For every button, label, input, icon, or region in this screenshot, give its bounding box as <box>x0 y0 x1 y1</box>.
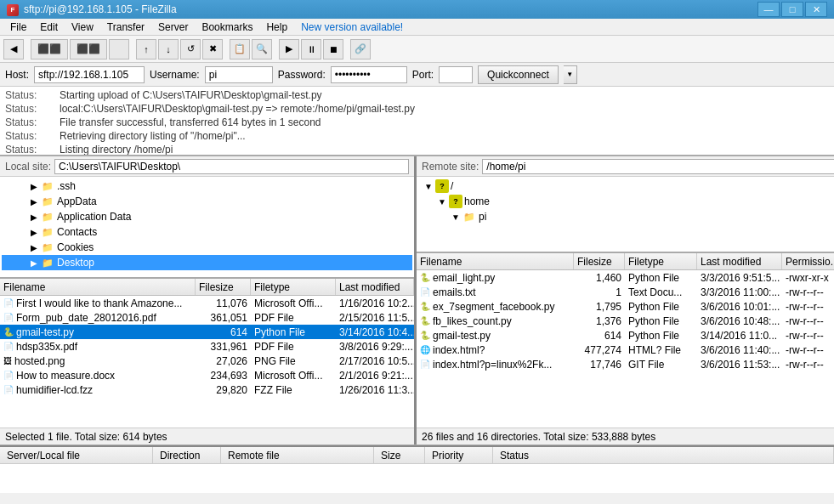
toolbar-btn-9[interactable]: 📋 <box>230 39 250 59</box>
local-site-bar: Local site: <box>0 156 414 177</box>
tree-item-ssh[interactable]: ▶ .ssh <box>2 178 412 194</box>
quickconnect-dropdown[interactable]: ▼ <box>564 65 577 84</box>
status-line-1: Status: Starting upload of C:\Users\TAIF… <box>5 88 829 102</box>
remote-tree[interactable]: ▼ ? / ▼ ? home ▼ pi <box>417 177 834 253</box>
username-input[interactable] <box>205 66 273 83</box>
menu-view[interactable]: View <box>65 20 100 35</box>
remote-col-filename[interactable]: Filename <box>417 253 574 269</box>
toolbar-btn-5[interactable]: ↑ <box>136 39 156 59</box>
local-col-modified[interactable]: Last modified <box>336 279 414 295</box>
local-file-row[interactable]: 📄Form_pub_date_28012016.pdf 361,051 PDF … <box>0 310 414 325</box>
toolbar-btn-11[interactable]: ▶ <box>279 39 299 59</box>
quickconnect-button[interactable]: Quickconnect <box>478 65 559 84</box>
transfer-queue: Server/Local file Direction Remote file … <box>0 445 834 493</box>
remote-file-row[interactable]: 🐍fb_likes_count.py 1,376 Python File 3/6… <box>417 314 834 328</box>
toolbar-btn-4[interactable] <box>109 39 129 59</box>
toolbar-btn-14[interactable]: 🔗 <box>350 39 371 59</box>
local-status: Selected 1 file. Total size: 614 bytes <box>0 428 414 445</box>
toolbar-btn-8[interactable]: ✖ <box>202 39 223 59</box>
toolbar-btn-1[interactable]: ◀ <box>3 39 24 59</box>
queue-empty <box>0 464 834 493</box>
menu-server[interactable]: Server <box>151 20 195 35</box>
tree-item-root[interactable]: ▼ ? / <box>418 178 834 194</box>
folder-icon <box>41 241 54 254</box>
toolbar-btn-3[interactable]: ⬛⬛ <box>70 39 107 59</box>
port-label: Port: <box>412 69 434 81</box>
local-site-path[interactable] <box>54 159 409 174</box>
status-line-2: Status: local:C:\Users\TAIFUR\Desktop\gm… <box>5 102 829 116</box>
toolbar-btn-2[interactable]: ⬛⬛ <box>31 39 68 59</box>
menu-edit[interactable]: Edit <box>33 20 65 35</box>
menu-bookmarks[interactable]: Bookmarks <box>195 20 259 35</box>
menu-file[interactable]: File <box>3 20 33 35</box>
remote-status-text: 26 files and 16 directories. Total size:… <box>422 431 655 443</box>
remote-file-rows: 🐍email_light.py 1,460 Python File 3/3/20… <box>417 270 834 428</box>
tree-item-pi[interactable]: ▼ pi <box>418 209 834 224</box>
status-line-3: Status: File transfer successful, transf… <box>5 116 829 129</box>
queue-col-remotefile[interactable]: Remote file <box>221 447 374 463</box>
username-label: Username: <box>150 69 200 81</box>
remote-file-row[interactable]: 🐍email_light.py 1,460 Python File 3/3/20… <box>417 270 834 285</box>
maximize-button[interactable]: □ <box>781 2 803 17</box>
toolbar-btn-7[interactable]: ↺ <box>180 39 201 59</box>
remote-col-modified[interactable]: Last modified <box>697 253 782 269</box>
tree-item-appdata[interactable]: ▶ AppData <box>2 194 412 209</box>
local-file-row[interactable]: 📄hdsp335x.pdf 331,961 PDF File 3/8/2016 … <box>0 339 414 354</box>
local-tree[interactable]: ▶ .ssh ▶ AppData ▶ Application Data ▶ Co… <box>0 177 414 279</box>
toolbar-btn-12[interactable]: ⏸ <box>301 39 321 59</box>
password-input[interactable] <box>331 66 407 83</box>
tree-item-home[interactable]: ▼ ? home <box>418 194 834 209</box>
folder-icon <box>462 210 476 224</box>
menu-transfer[interactable]: Transfer <box>100 20 151 35</box>
local-file-row[interactable]: 📄First I would like to thank Amazone... … <box>0 296 414 310</box>
toolbar-btn-10[interactable]: 🔍 <box>252 39 272 59</box>
queue-col-size[interactable]: Size <box>374 447 425 463</box>
main-panels: Local site: ▶ .ssh ▶ AppData ▶ Applicati… <box>0 156 834 445</box>
remote-col-filetype[interactable]: Filetype <box>625 253 697 269</box>
minimize-button[interactable]: — <box>757 2 780 17</box>
local-panel: Local site: ▶ .ssh ▶ AppData ▶ Applicati… <box>0 156 417 445</box>
folder-icon <box>41 210 54 224</box>
host-input[interactable] <box>34 66 145 83</box>
queue-col-status[interactable]: Status <box>493 447 834 463</box>
remote-file-row[interactable]: 🌐index.html? 477,274 HTML? File 3/6/2016… <box>417 343 834 357</box>
remote-file-row[interactable]: 📄index.html?p=linux%2Fk... 17,746 GIT Fi… <box>417 357 834 371</box>
local-file-row[interactable]: 📄How to measure.docx 234,693 Microsoft O… <box>0 368 414 382</box>
local-file-row[interactable]: 📄humidifier-lcd.fzz 29,820 FZZ File 1/26… <box>0 382 414 397</box>
local-file-row-selected[interactable]: 🐍gmail-test.py 614 Python File 3/14/2016… <box>0 325 414 339</box>
local-col-filename[interactable]: Filename <box>0 279 196 295</box>
close-button[interactable]: ✕ <box>805 2 827 17</box>
remote-col-perms[interactable]: Permissio... <box>782 253 834 269</box>
menu-newversion[interactable]: New version available! <box>294 20 410 35</box>
question-icon: ? <box>449 195 462 208</box>
local-file-header: Filename Filesize Filetype Last modified <box>0 279 414 296</box>
menu-help[interactable]: Help <box>259 20 294 35</box>
remote-file-row[interactable]: 🐍gmail-test.py 614 Python File 3/14/2016… <box>417 328 834 343</box>
queue-col-serverfile[interactable]: Server/Local file <box>0 447 153 463</box>
remote-file-list: Filename Filesize Filetype Last modified… <box>417 253 834 428</box>
titlebar: F sftp://pi@192.168.1.105 - FileZilla — … <box>0 0 834 19</box>
tree-item-desktop[interactable]: ▶ Desktop <box>2 255 412 270</box>
queue-col-priority[interactable]: Priority <box>425 447 493 463</box>
queue-col-direction[interactable]: Direction <box>153 447 221 463</box>
tree-item-contacts[interactable]: ▶ Contacts <box>2 224 412 240</box>
remote-file-row[interactable]: 🐍ex_7segment_facebook.py 1,795 Python Fi… <box>417 299 834 314</box>
folder-icon <box>41 179 54 193</box>
status-area: Status: Starting upload of C:\Users\TAIF… <box>0 87 834 156</box>
queue-header: Server/Local file Direction Remote file … <box>0 447 834 464</box>
remote-site-path[interactable] <box>482 159 834 174</box>
password-label: Password: <box>278 69 326 81</box>
local-file-row[interactable]: 🖼hosted.png 27,026 PNG File 2/17/2016 10… <box>0 354 414 368</box>
folder-open-icon <box>41 256 54 269</box>
tree-item-appdata2[interactable]: ▶ Application Data <box>2 209 412 224</box>
local-col-filetype[interactable]: Filetype <box>251 279 336 295</box>
local-file-list: Filename Filesize Filetype Last modified… <box>0 279 414 428</box>
tree-item-cookies[interactable]: ▶ Cookies <box>2 240 412 255</box>
toolbar-btn-13[interactable]: ⏹ <box>323 39 343 59</box>
remote-status: 26 files and 16 directories. Total size:… <box>417 428 834 445</box>
toolbar-btn-6[interactable]: ↓ <box>158 39 179 59</box>
port-input[interactable] <box>439 66 473 83</box>
remote-col-filesize[interactable]: Filesize <box>574 253 625 269</box>
local-col-filesize[interactable]: Filesize <box>196 279 251 295</box>
remote-file-row[interactable]: 📄emails.txt 1 Text Docu... 3/3/2016 11:0… <box>417 285 834 299</box>
